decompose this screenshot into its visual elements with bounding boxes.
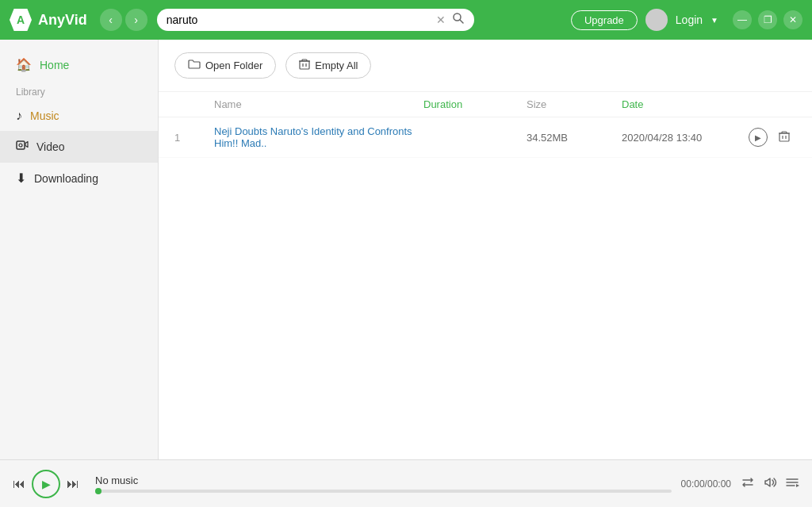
video-icon — [16, 139, 29, 155]
sidebar-item-music[interactable]: ♪ Music — [0, 101, 158, 131]
avatar — [645, 9, 668, 31]
player-progress-dot — [95, 488, 102, 494]
row-size: 34.52MB — [527, 132, 622, 144]
player-track-info: No music — [89, 474, 672, 493]
app-logo: A AnyVid — [10, 9, 87, 31]
title-bar: A AnyVid ‹ › ✕ Upgrade Login ▼ — ❐ ✕ — [0, 0, 812, 40]
app-name: AnyVid — [38, 12, 87, 29]
player-bar: ⏮ ▶ ⏭ No music 00:00/00:00 — [0, 459, 812, 507]
dropdown-arrow-icon[interactable]: ▼ — [710, 16, 718, 25]
player-prev-button[interactable]: ⏮ — [13, 477, 25, 491]
download-icon: ⬇ — [16, 171, 26, 186]
sidebar-home-label: Home — [40, 59, 69, 71]
player-repeat-button[interactable] — [741, 475, 755, 493]
logo-icon: A — [10, 9, 32, 31]
content-area: Open Folder Empty All Name Dura — [159, 40, 812, 459]
home-icon: 🏠 — [16, 57, 32, 72]
open-folder-button[interactable]: Open Folder — [174, 52, 276, 79]
svg-point-3 — [19, 144, 22, 147]
col-date: Date — [622, 98, 749, 110]
table-row: 1 Neji Doubts Naruto's Identity and Conf… — [159, 117, 812, 158]
sidebar-downloading-label: Downloading — [34, 172, 98, 185]
player-next-button[interactable]: ⏭ — [67, 477, 79, 491]
maximize-button[interactable]: ❐ — [758, 10, 777, 29]
sidebar-video-label: Video — [36, 140, 65, 153]
svg-rect-8 — [779, 133, 789, 141]
search-icon[interactable] — [452, 12, 465, 28]
search-input[interactable] — [167, 13, 430, 26]
svg-rect-4 — [300, 61, 309, 69]
table-header: Name Duration Size Date — [159, 92, 812, 117]
title-bar-right: Upgrade Login ▼ — ❐ ✕ — [571, 9, 802, 31]
trash-icon — [299, 58, 310, 73]
col-size: Size — [527, 98, 622, 110]
player-volume-button[interactable] — [763, 475, 777, 493]
row-date: 2020/04/28 13:40 — [622, 132, 749, 144]
player-play-button[interactable]: ▶ — [32, 470, 60, 498]
window-buttons: — ❐ ✕ — [733, 10, 802, 29]
minimize-button[interactable]: — — [733, 10, 752, 29]
sidebar: 🏠 Home Library ♪ Music Video ⬇ Downloadi… — [0, 40, 159, 459]
open-folder-label: Open Folder — [205, 60, 262, 71]
player-progress-bar[interactable] — [95, 490, 672, 493]
row-delete-button[interactable] — [777, 129, 791, 147]
upgrade-button[interactable]: Upgrade — [571, 10, 638, 30]
sidebar-music-label: Music — [30, 109, 59, 122]
player-playlist-button[interactable] — [785, 475, 799, 493]
row-play-button[interactable]: ▶ — [749, 128, 768, 147]
search-bar: ✕ — [157, 9, 474, 31]
svg-line-1 — [460, 20, 463, 23]
nav-forward-button[interactable]: › — [125, 9, 147, 31]
sidebar-item-video[interactable]: Video — [0, 131, 158, 163]
sidebar-item-home[interactable]: 🏠 Home — [0, 49, 158, 80]
folder-icon — [188, 58, 201, 73]
row-name[interactable]: Neji Doubts Naruto's Identity and Confro… — [214, 125, 423, 149]
search-clear-icon[interactable]: ✕ — [436, 13, 446, 26]
col-name: Name — [214, 98, 423, 110]
player-controls: ⏮ ▶ ⏭ — [13, 470, 79, 498]
svg-marker-15 — [796, 484, 799, 487]
player-right-buttons — [741, 475, 799, 493]
svg-rect-2 — [17, 141, 25, 149]
toolbar: Open Folder Empty All — [159, 40, 812, 92]
col-actions — [749, 98, 796, 110]
col-duration: Duration — [423, 98, 527, 110]
sidebar-library-label: Library — [0, 80, 158, 101]
login-button[interactable]: Login — [676, 13, 703, 26]
row-index: 1 — [174, 132, 214, 144]
col-index — [174, 98, 214, 110]
player-track-name: No music — [95, 474, 672, 486]
main-layout: 🏠 Home Library ♪ Music Video ⬇ Downloadi… — [0, 40, 812, 459]
player-time: 00:00/00:00 — [681, 478, 731, 490]
nav-back-button[interactable]: ‹ — [100, 9, 122, 31]
row-actions: ▶ — [749, 128, 796, 147]
close-button[interactable]: ✕ — [783, 10, 802, 29]
nav-buttons: ‹ › — [100, 9, 147, 31]
empty-all-button[interactable]: Empty All — [285, 52, 371, 79]
sidebar-item-downloading[interactable]: ⬇ Downloading — [0, 163, 158, 194]
empty-all-label: Empty All — [315, 60, 358, 71]
music-icon: ♪ — [16, 109, 22, 123]
